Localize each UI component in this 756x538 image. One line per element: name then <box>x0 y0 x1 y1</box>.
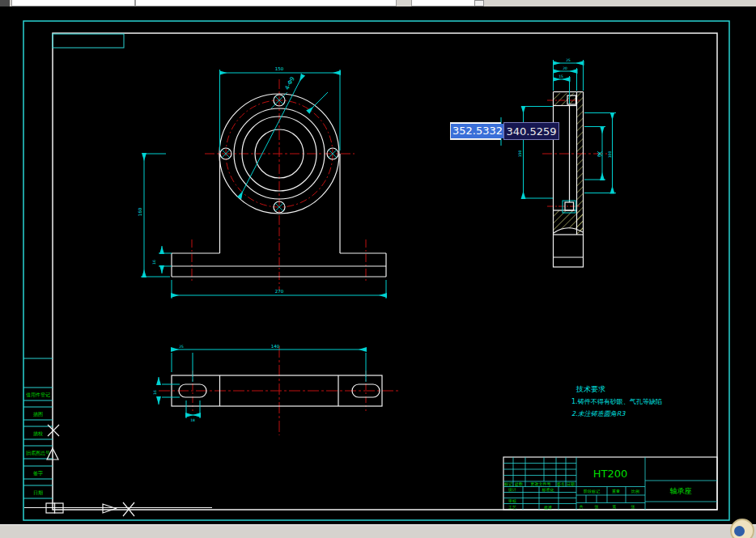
tb-stage: 阶段标记 <box>584 489 600 494</box>
toolbar-button-fragment[interactable] <box>474 0 484 6</box>
strip-label: 描校 <box>33 430 43 437</box>
tb-sheet-total: 共 <box>580 504 584 509</box>
tb-mark: 标记 <box>503 481 512 487</box>
tb-sheet-zhang1: 张 <box>595 504 599 510</box>
tb-standard: 标准化 <box>542 487 554 493</box>
application-window: 借用件登记 描图 描校 旧底图总号 签字 日期 <box>0 0 756 538</box>
dim-bolt-callout: 4-Φ9 <box>284 76 296 91</box>
dim-front-height: 160 <box>138 207 142 216</box>
tray-icon-ball <box>734 526 745 536</box>
tb-process: 工艺 <box>508 505 516 510</box>
tb-scale: 比例 <box>631 489 639 494</box>
dim-front-width: 150 <box>275 66 284 71</box>
strip-label: 借用件登记 <box>26 392 50 398</box>
toolbar-combo-right[interactable] <box>411 0 475 6</box>
tb-count: 处数 <box>515 481 523 487</box>
dim-side-top1: 25 <box>566 58 571 62</box>
top-toolbar-strip <box>0 0 756 6</box>
left-title-strip: 借用件登记 描图 描校 旧底图总号 签字 日期 <box>23 358 53 498</box>
toolbar-fragment <box>0 0 10 6</box>
dim-plan-offset: 25 <box>179 345 184 349</box>
dim-base-width: 270 <box>275 289 284 294</box>
tb-design: 设计 <box>508 487 516 492</box>
tech-req-line1: 1.铸件不得有砂眼、气孔等缺陷 <box>571 398 662 405</box>
dynamic-input-x-value: 352.5332 <box>451 124 504 138</box>
tb-file: 更改文件号 <box>531 481 551 486</box>
tb-material: HT200 <box>593 468 628 480</box>
strip-label: 描图 <box>33 411 43 417</box>
dim-side-top3: 15 <box>559 74 563 78</box>
tb-approve: 批准 <box>544 505 552 510</box>
tb-sheet-page: 第 <box>613 504 617 509</box>
toolbar-combo-left[interactable] <box>11 0 397 6</box>
title-block: 标记 处数 更改文件号 签名 日期 设计 标准化 审核 工艺 批准 阶段标记 重… <box>503 457 717 510</box>
tb-date: 日期 <box>567 481 575 487</box>
bottom-status-strip <box>0 524 756 538</box>
cad-canvas[interactable]: 借用件登记 描图 描校 旧底图总号 签字 日期 <box>0 0 756 538</box>
front-view: 150 4-Φ9 160 16 270 <box>138 66 386 299</box>
side-view: 25 20 15 150 80 100 <box>501 58 616 267</box>
side-base-outline <box>554 235 584 267</box>
dim-base-thickness: 16 <box>152 260 156 265</box>
dim-slot-length: 18 <box>190 418 195 422</box>
side-view-dim-text: 25 20 15 150 80 100 <box>518 58 612 158</box>
dim-side-right-inner: 80 <box>597 152 601 157</box>
tb-weight: 重量 <box>612 489 620 494</box>
tb-sheet-zhang2: 张 <box>631 504 635 510</box>
toolbar-divider <box>134 0 136 6</box>
tb-sign: 签名 <box>557 481 565 487</box>
strip-label: 旧底图总号 <box>26 450 50 456</box>
dim-side-left: 150 <box>518 150 522 158</box>
arrowhead-mark[interactable] <box>103 504 116 513</box>
dynamic-input-x[interactable]: 352.5332 <box>450 122 501 140</box>
cross-mark-upper[interactable] <box>48 425 59 436</box>
strip-label: 签字 <box>33 470 43 476</box>
dynamic-input-y[interactable]: 340.5259 <box>503 122 559 140</box>
top-left-attach-box <box>53 34 124 48</box>
plan-view: 140 25 16 18 <box>153 344 398 435</box>
dim-side-right-outer: 100 <box>608 151 612 159</box>
dim-plan-length: 140 <box>271 344 280 349</box>
tray-icon[interactable] <box>730 519 754 538</box>
tech-requirements: 技术要求 1.铸件不得有砂眼、气孔等缺陷 2.未注铸造圆角R3 <box>571 385 662 417</box>
sheet-frame <box>23 21 729 520</box>
dim-side-top2: 20 <box>563 66 567 70</box>
dynamic-input-y-value: 340.5259 <box>506 125 556 138</box>
front-view-dimensions <box>141 70 386 299</box>
tb-check: 审核 <box>508 498 516 503</box>
tech-req-line2: 2.未注铸造圆角R3 <box>571 410 626 417</box>
tech-req-title: 技术要求 <box>575 385 605 393</box>
tb-part-name: 轴承座 <box>670 487 692 495</box>
strip-label: 日期 <box>33 489 43 496</box>
dim-slot-width: 16 <box>153 390 157 395</box>
